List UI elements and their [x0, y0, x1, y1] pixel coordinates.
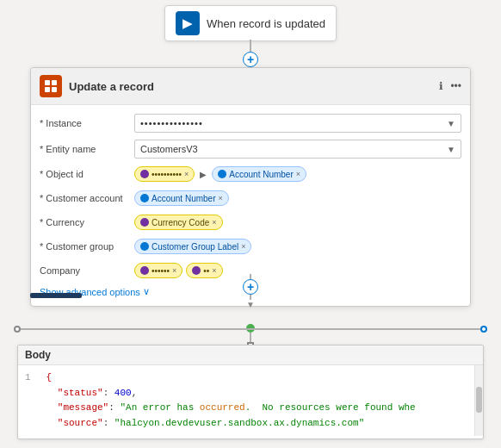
token-close-6[interactable]: ×	[172, 266, 176, 275]
field-label-customeraccount: * Customer account	[40, 193, 134, 203]
field-row-objectid: * Object id •••••••••• × ▶ Account Numbe…	[31, 162, 470, 186]
trigger-label: When record is updated	[207, 17, 325, 30]
field-label-objectid: * Object id	[40, 169, 134, 179]
token-customeraccount-blue[interactable]: Account Number ×	[134, 190, 229, 206]
token-icon-blue-3	[140, 242, 149, 251]
field-row-instance: * Instance ••••••••••••••• ▼	[31, 110, 470, 136]
objectid-value: •••••••••• × ▶ Account Number ×	[134, 166, 461, 182]
instance-dropdown[interactable]: ••••••••••••••• ▼	[134, 114, 461, 133]
customeraccount-value: Account Number ×	[134, 190, 461, 206]
body-line-1: 1 {	[25, 370, 471, 386]
token-customergroup-blue[interactable]: Customer Group Label ×	[134, 239, 251, 254]
token-icon-purple-3	[140, 266, 149, 275]
field-row-entity: * Entity name CustomersV3 ▼	[31, 136, 470, 162]
token-icon-blue-1	[218, 170, 226, 178]
body-card-content: 1 { "status": 400, "message": "An error …	[18, 365, 483, 436]
dropdown-arrow-instance: ▼	[447, 119, 455, 128]
info-icon[interactable]: ℹ	[439, 80, 443, 92]
add-step-button-2[interactable]: +	[243, 279, 258, 295]
body-line-3: "message": "An error has occurred. No re…	[25, 401, 471, 416]
more-options-icon[interactable]: •••	[450, 80, 461, 92]
token-company-yellow-2[interactable]: •• ×	[186, 263, 222, 278]
field-label-company: Company	[40, 265, 134, 276]
currency-value: Currency Code ×	[134, 215, 461, 230]
token-currency-yellow[interactable]: Currency Code ×	[134, 215, 223, 230]
field-label-instance: * Instance	[40, 118, 134, 128]
field-label-customergroup: * Customer group	[40, 241, 134, 252]
token-close-7[interactable]: ×	[212, 266, 216, 275]
field-row-currency: * Currency Currency Code ×	[31, 210, 470, 234]
scrollbar-thumb[interactable]	[476, 387, 482, 413]
body-line-4: "source": "halcyon.devdevuser.sandbox.ax…	[25, 416, 471, 432]
body-scrollbar[interactable]	[474, 365, 483, 436]
token-close-4[interactable]: ×	[212, 218, 216, 227]
token-icon-blue-2	[140, 194, 149, 202]
canvas: ▶ When record is updated + ▼ Update a re…	[0, 0, 501, 448]
trigger-card[interactable]: ▶ When record is updated	[164, 5, 337, 41]
field-label-currency: * Currency	[40, 217, 134, 227]
h-connector	[17, 328, 484, 330]
port-right	[480, 326, 487, 333]
field-row-customergroup: * Customer group Customer Group Label ×	[31, 234, 470, 258]
update-card-header: Update a record ℹ •••	[31, 68, 470, 105]
update-card-title: Update a record	[69, 80, 432, 93]
token-icon-purple-4	[192, 266, 201, 275]
body-card-header: Body	[18, 345, 483, 365]
dropdown-arrow-entity: ▼	[447, 145, 455, 154]
chevron-down-icon: ∨	[143, 286, 150, 297]
card-actions: ℹ •••	[439, 80, 461, 92]
step-indicator	[30, 293, 82, 298]
token-close-5[interactable]: ×	[241, 242, 245, 251]
token-icon-purple-2	[140, 218, 149, 227]
connector-line-1	[250, 40, 251, 52]
token-objectid-yellow[interactable]: •••••••••• ×	[134, 166, 195, 182]
company-value: •••••• × •• ×	[134, 263, 461, 278]
arrow-down-2: ▼	[246, 300, 255, 309]
add-step-button[interactable]: +	[243, 52, 258, 67]
token-close-1[interactable]: ×	[184, 170, 189, 178]
customergroup-value: Customer Group Label ×	[134, 239, 461, 254]
token-close-2[interactable]: ×	[296, 170, 300, 178]
update-record-icon	[40, 75, 62, 97]
entity-dropdown[interactable]: CustomersV3 ▼	[134, 140, 461, 159]
body-card: Body 1 { "status": 400, "message": "An e…	[17, 345, 484, 439]
port-left	[14, 326, 21, 333]
field-label-entity: * Entity name	[40, 144, 134, 154]
token-close-3[interactable]: ×	[218, 194, 222, 202]
body-line-2: "status": 400,	[25, 386, 471, 401]
update-record-card: Update a record ℹ ••• * Instance •••••••…	[30, 67, 471, 307]
trigger-icon: ▶	[176, 11, 200, 35]
token-company-yellow-1[interactable]: •••••• ×	[134, 263, 182, 278]
token-objectid-blue[interactable]: Account Number ×	[212, 166, 306, 182]
field-row-customeraccount: * Customer account Account Number ×	[31, 186, 470, 210]
token-icon-purple-1	[140, 170, 149, 178]
